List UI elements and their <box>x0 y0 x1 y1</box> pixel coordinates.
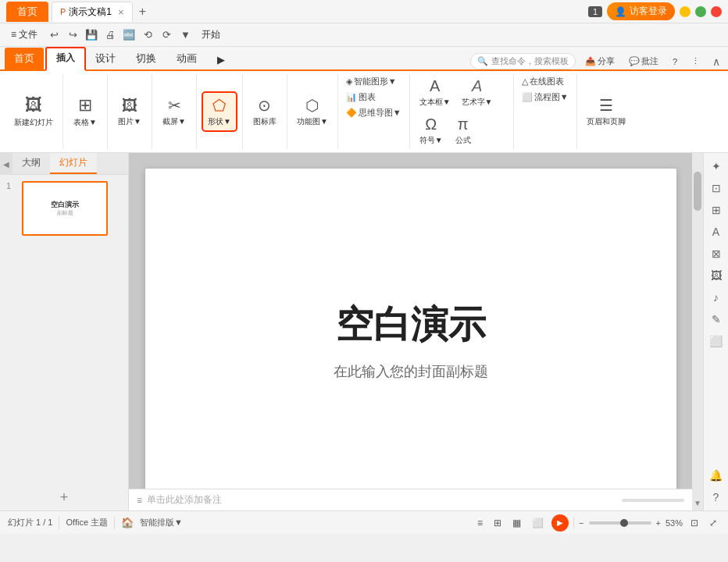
sidebar-grid-btn[interactable]: ⊡ <box>706 178 726 198</box>
slideshow-view-btn[interactable]: ▦ <box>509 516 524 530</box>
undo2-btn[interactable]: ⟲ <box>139 27 156 44</box>
art-text-label: 艺术字▼ <box>462 97 493 108</box>
table-btn[interactable]: ⊞ 表格▼ <box>68 92 102 131</box>
art-text-icon: A <box>472 77 482 95</box>
canvas-main: 空白演示 在此输入您的封面副标题 ≡ 单击此处添加备注 <box>129 153 692 510</box>
outline-tab[interactable]: 大纲 <box>12 153 50 174</box>
more-btn[interactable]: ▼ <box>177 27 194 44</box>
sidebar-table-btn[interactable]: ⊞ <box>706 200 726 220</box>
slides-tab[interactable]: 幻灯片 <box>50 153 97 174</box>
sidebar-image-btn[interactable]: 🖼 <box>706 265 726 286</box>
tab-transition-ribbon[interactable]: 切换 <box>127 48 166 69</box>
file-menu[interactable]: ≡ 文件 <box>5 26 44 44</box>
add-slide-btn[interactable]: + <box>0 485 128 510</box>
ribbon-group-smart: ◈ 智能图形▼ 📊 图表 🔶 思维导图▼ <box>338 74 410 149</box>
chart-btn[interactable]: 📊 图表 <box>343 90 405 105</box>
textbox-label: 文本框▼ <box>419 97 451 108</box>
play-btn[interactable]: ▶ <box>551 514 569 532</box>
slide-thumbnail[interactable]: 空白演示 副标题 <box>22 181 108 236</box>
fullscreen-btn[interactable]: ⤢ <box>706 516 720 530</box>
fit-window-btn[interactable]: ⊡ <box>687 516 701 530</box>
wps-logo[interactable]: 🏠 <box>121 517 134 528</box>
tab-home-ribbon[interactable]: 首页 <box>5 48 44 69</box>
share-btn[interactable]: 📤 分享 <box>580 54 619 69</box>
chart-icon: 📊 <box>346 92 357 102</box>
notes-placeholder[interactable]: 单击此处添加备注 <box>147 493 222 507</box>
tab-more-ribbon[interactable]: ▶ <box>208 50 234 69</box>
tab-home[interactable]: 首页 <box>6 2 48 22</box>
right-sidebar: ✦ ⊡ ⊞ A ⊠ 🖼 ♪ ✎ ⬜ 🔔 ? <box>703 153 728 510</box>
maximize-btn[interactable] <box>695 6 706 17</box>
minimize-btn[interactable] <box>680 6 691 17</box>
sidebar-box-btn[interactable]: ⬜ <box>706 331 726 351</box>
normal-view-btn[interactable]: ≡ <box>474 516 486 530</box>
tab-animation-ribbon[interactable]: 动画 <box>167 48 206 69</box>
iconlib-btn[interactable]: ⊙ 图标库 <box>248 93 282 130</box>
v-scrollbar[interactable]: ▼ <box>692 153 703 510</box>
tab-doc[interactable]: P 演示文稿1 × <box>52 2 133 22</box>
collapse-ribbon-btn[interactable]: ∧ <box>709 54 723 69</box>
flowchart-btn[interactable]: ⬜ 流程图▼ <box>519 90 572 105</box>
header-footer-icon: ☰ <box>599 96 613 115</box>
ribbon-group-online: △ 在线图表 ⬜ 流程图▼ <box>514 74 577 149</box>
collapse-panel-btn[interactable]: ◀ <box>0 153 12 175</box>
search-placeholder: 查找命令，搜索模板 <box>491 55 569 67</box>
grid-view-btn[interactable]: ⊞ <box>491 516 505 530</box>
sidebar-check-btn[interactable]: ⊠ <box>706 244 726 264</box>
sidebar-star-btn[interactable]: ✦ <box>706 156 726 176</box>
zoom-slider-thumb[interactable] <box>620 519 628 527</box>
scroll-down-btn[interactable]: ▼ <box>694 499 701 507</box>
zoom-out-btn[interactable]: − <box>579 518 583 528</box>
symbol-btn[interactable]: Ω 符号▼ <box>415 112 448 149</box>
add-tab-btn[interactable]: + <box>139 5 146 19</box>
redo-btn[interactable]: ↪ <box>64 27 81 44</box>
ribbon-group-table: ⊞ 表格▼ <box>63 74 108 149</box>
slide-thumb-container: 1 空白演示 副标题 <box>6 181 122 236</box>
zoom-slider[interactable] <box>589 521 651 525</box>
sidebar-audio-btn[interactable]: ♪ <box>706 287 726 308</box>
ribbon-group-icons: ⊙ 图标库 <box>243 74 287 149</box>
add-slide-icon: + <box>60 489 69 506</box>
v-scrollbar-thumb[interactable] <box>694 172 701 211</box>
sidebar-bell-btn[interactable]: 🔔 <box>706 465 726 486</box>
tab-insert-ribbon[interactable]: 插入 <box>45 47 86 71</box>
sidebar-text-btn[interactable]: A <box>706 222 726 242</box>
header-footer-btn[interactable]: ☰ 页眉和页脚 <box>582 93 630 130</box>
tab-close-btn[interactable]: × <box>118 6 124 18</box>
image-btn[interactable]: 🖼 图片▼ <box>112 94 147 130</box>
left-panel: ◀ 大纲 幻灯片 1 空白演示 副标题 + <box>0 153 129 510</box>
formula-btn[interactable]: π 公式 <box>449 112 477 149</box>
close-btn[interactable] <box>711 6 722 17</box>
funcdiag-icon: ⬡ <box>305 96 319 115</box>
search-box[interactable]: 🔍 查找命令，搜索模板 <box>470 53 576 69</box>
slide-title: 空白演示 <box>336 300 486 350</box>
more-options-btn[interactable]: ⋮ <box>687 55 705 68</box>
funcdiag-btn[interactable]: ⬡ 功能图▼ <box>292 93 333 130</box>
format-btn[interactable]: 🔤 <box>120 27 137 44</box>
slide-canvas[interactable]: 空白演示 在此输入您的封面副标题 <box>145 169 676 489</box>
sidebar-edit-btn[interactable]: ✎ <box>706 309 726 329</box>
save-btn[interactable]: 💾 <box>83 27 100 44</box>
start-menu-item[interactable]: 开始 <box>195 26 227 44</box>
sidebar-help-btn[interactable]: ? <box>706 487 726 507</box>
smart-sort-btn[interactable]: 智能排版▼ <box>140 517 183 528</box>
search-icon: 🔍 <box>477 56 488 66</box>
art-text-btn[interactable]: A 艺术字▼ <box>457 74 498 111</box>
undo-btn[interactable]: ↩ <box>45 27 62 44</box>
review-btn[interactable]: 💬 批注 <box>624 54 663 69</box>
new-slide-btn[interactable]: 🖼 新建幻灯片 <box>9 92 58 131</box>
login-button[interactable]: 👤 访客登录 <box>607 2 675 20</box>
mindmap-btn[interactable]: 🔶 思维导图▼ <box>343 105 405 120</box>
online-chart-btn[interactable]: △ 在线图表 <box>519 74 572 89</box>
widescreen-btn[interactable]: ⬜ <box>529 516 547 530</box>
online-chart-label: 在线图表 <box>530 76 564 87</box>
zoom-in-btn[interactable]: + <box>656 518 661 528</box>
smart-shape-btn[interactable]: ◈ 智能图形▼ <box>343 74 405 89</box>
shape-btn[interactable]: ⬠ 形状▼ <box>202 91 237 132</box>
screenshot-btn[interactable]: ✂ 截屏▼ <box>157 93 191 130</box>
tab-design-ribbon[interactable]: 设计 <box>86 48 125 69</box>
textbox-btn[interactable]: A 文本框▼ <box>415 74 455 111</box>
help-btn[interactable]: ? <box>668 55 682 68</box>
print-btn[interactable]: 🖨 <box>102 27 119 44</box>
redo2-btn[interactable]: ⟳ <box>158 27 175 44</box>
